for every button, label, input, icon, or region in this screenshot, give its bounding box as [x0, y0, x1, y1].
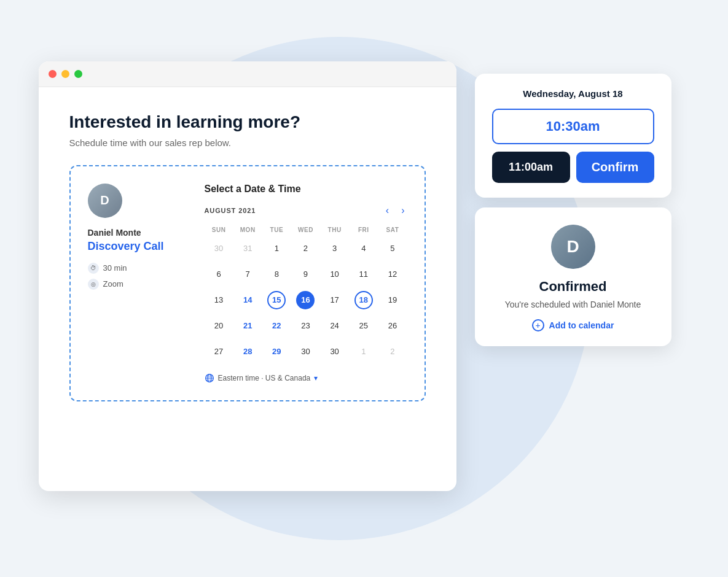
day-16[interactable]: 16	[291, 287, 320, 313]
day-3[interactable]: 3	[320, 236, 349, 261]
day-12[interactable]: 12	[378, 261, 407, 287]
day-7[interactable]: 7	[233, 261, 262, 287]
day-31-prev: 31	[233, 236, 262, 261]
page-subheading: Schedule time with our sales rep below.	[69, 137, 426, 148]
col-tue: TUE	[262, 224, 291, 236]
calendar-week-2: 6 7 8 9 10 11 12	[205, 261, 407, 287]
calendar-month-year: AUGUST 2021	[205, 207, 256, 214]
next-month-button[interactable]: ›	[399, 204, 407, 217]
day-10[interactable]: 10	[320, 261, 349, 287]
calendar-month-row: AUGUST 2021 ‹ ›	[205, 204, 407, 217]
duration-meta: ⏱ 30 min	[88, 263, 186, 274]
clock-icon: ⏱	[88, 263, 99, 274]
alt-time-button[interactable]: 11:00am	[492, 152, 570, 183]
calendar-navigation: ‹ ›	[383, 204, 407, 217]
timezone-row[interactable]: Eastern time · US & Canada ▾	[205, 373, 407, 383]
plus-circle-icon: +	[532, 319, 544, 331]
calendar-week-1: 30 31 1 2 3 4 5	[205, 236, 407, 261]
timezone-label: Eastern time · US & Canada	[218, 374, 311, 382]
confirmed-avatar: D	[551, 225, 595, 269]
calendar-panel: Select a Date & Time AUGUST 2021 ‹ ›	[205, 184, 407, 383]
day-27[interactable]: 27	[205, 339, 233, 365]
host-info-panel: D Daniel Monte Discovery Call ⏱ 30 min ◎…	[88, 184, 186, 383]
day-30[interactable]: 30	[291, 339, 320, 365]
right-panel: Wednesday, August 18 10:30am 11:00am Con…	[475, 74, 671, 346]
day-1[interactable]: 1	[262, 236, 291, 261]
browser-titlebar	[39, 61, 456, 87]
day-25[interactable]: 25	[349, 313, 378, 339]
confirmed-avatar-image: D	[551, 225, 595, 269]
day-5[interactable]: 5	[378, 236, 407, 261]
day-22[interactable]: 22	[262, 313, 291, 339]
scheduling-widget: D Daniel Monte Discovery Call ⏱ 30 min ◎…	[69, 165, 426, 401]
calendar-week-3: 13 14 15 16 17 18 19	[205, 287, 407, 313]
add-calendar-label: Add to calendar	[549, 320, 614, 330]
calendar-week-5: 27 28 29 30 30 1 2	[205, 339, 407, 365]
day-4[interactable]: 4	[349, 236, 378, 261]
col-thu: THU	[320, 224, 349, 236]
avatar-image: D	[88, 184, 122, 218]
prev-month-button[interactable]: ‹	[383, 204, 391, 217]
calendar-section-label: Select a Date & Time	[205, 184, 407, 195]
timezone-arrow: ▾	[314, 374, 318, 382]
day-30-prev: 30	[205, 236, 233, 261]
day-23[interactable]: 23	[291, 313, 320, 339]
day-30b[interactable]: 30	[320, 339, 349, 365]
selected-time-slot[interactable]: 10:30am	[492, 109, 654, 144]
day-20[interactable]: 20	[205, 313, 233, 339]
meeting-type-label: Zoom	[103, 279, 123, 288]
page-heading: Interested in learning more?	[69, 112, 426, 133]
event-title: Discovery Call	[88, 240, 186, 253]
day-13[interactable]: 13	[205, 287, 233, 313]
day-6[interactable]: 6	[205, 261, 233, 287]
day-8[interactable]: 8	[262, 261, 291, 287]
day-26[interactable]: 26	[378, 313, 407, 339]
col-sun: SUN	[205, 224, 233, 236]
zoom-icon: ◎	[88, 279, 99, 290]
browser-content: Interested in learning more? Schedule ti…	[39, 87, 456, 426]
day-29[interactable]: 29	[262, 339, 291, 365]
time-actions-row: 11:00am Confirm	[492, 152, 654, 183]
calendar-grid: SUN MON TUE WED THU FRI SAT	[205, 224, 407, 365]
day-9[interactable]: 9	[291, 261, 320, 287]
day-17[interactable]: 17	[320, 287, 349, 313]
day-1-next: 1	[349, 339, 378, 365]
col-fri: FRI	[349, 224, 378, 236]
dot-yellow[interactable]	[61, 70, 69, 78]
calendar-week-4: 20 21 22 23 24 25 26	[205, 313, 407, 339]
day-21[interactable]: 21	[233, 313, 262, 339]
duration-label: 30 min	[103, 263, 127, 273]
meeting-type-meta: ◎ Zoom	[88, 279, 186, 290]
day-28[interactable]: 28	[233, 339, 262, 365]
day-2-next: 2	[378, 339, 407, 365]
time-selection-card: Wednesday, August 18 10:30am 11:00am Con…	[475, 74, 671, 198]
day-24[interactable]: 24	[320, 313, 349, 339]
scene: Interested in learning more? Schedule ti…	[39, 37, 690, 540]
dot-green[interactable]	[74, 70, 82, 78]
day-11[interactable]: 11	[349, 261, 378, 287]
col-sat: SAT	[378, 224, 407, 236]
confirm-button[interactable]: Confirm	[576, 152, 654, 183]
dot-red[interactable]	[49, 70, 57, 78]
day-18[interactable]: 18	[349, 287, 378, 313]
confirmed-subtitle: You're scheduled with Daniel Monte	[505, 300, 641, 309]
globe-icon	[205, 373, 214, 383]
browser-window: Interested in learning more? Schedule ti…	[39, 61, 456, 491]
day-15[interactable]: 15	[262, 287, 291, 313]
day-19[interactable]: 19	[378, 287, 407, 313]
day-14[interactable]: 14	[233, 287, 262, 313]
day-2[interactable]: 2	[291, 236, 320, 261]
host-name: Daniel Monte	[88, 228, 186, 238]
confirmed-title: Confirmed	[539, 279, 607, 295]
host-avatar: D	[88, 184, 122, 218]
col-mon: MON	[233, 224, 262, 236]
selected-date: Wednesday, August 18	[492, 88, 654, 99]
confirmed-card: D Confirmed You're scheduled with Daniel…	[475, 207, 671, 346]
col-wed: WED	[291, 224, 320, 236]
add-to-calendar-button[interactable]: + Add to calendar	[532, 319, 614, 331]
